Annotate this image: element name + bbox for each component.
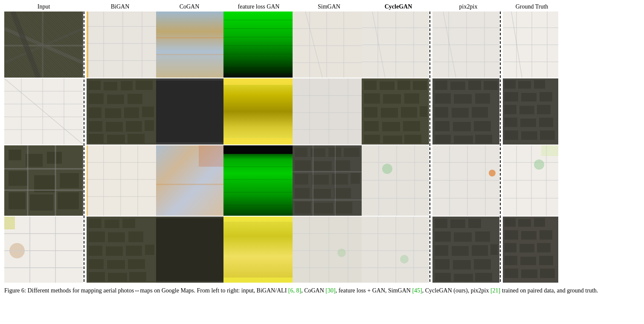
svg-point-199 — [382, 164, 392, 174]
cell-bigan-row2 — [87, 78, 156, 145]
svg-rect-92 — [156, 78, 223, 145]
svg-rect-94 — [156, 142, 223, 145]
col-header-simgan: SimGAN — [294, 3, 364, 10]
svg-rect-80 — [106, 246, 123, 256]
caption-ref-cogan: [30] — [325, 287, 335, 294]
svg-rect-23 — [30, 194, 53, 211]
svg-rect-303 — [539, 256, 553, 265]
svg-rect-306 — [540, 269, 555, 278]
svg-rect-302 — [520, 257, 536, 265]
svg-rect-52 — [128, 94, 142, 104]
svg-rect-227 — [435, 121, 450, 131]
caption-text-4: , CycleGAN (ours), pix2pix — [422, 287, 490, 294]
svg-rect-79 — [89, 246, 102, 256]
svg-rect-96 — [199, 145, 223, 167]
cell-gt-row1 — [503, 12, 558, 78]
figure-container: Input BiGAN CoGAN feature loss GAN SimGA… — [0, 0, 644, 299]
svg-rect-184 — [401, 107, 417, 118]
svg-rect-158 — [293, 217, 362, 283]
svg-rect-254 — [474, 259, 491, 269]
svg-rect-230 — [435, 135, 451, 143]
svg-rect-245 — [435, 231, 451, 242]
cell-cyclegan-row2 — [362, 78, 429, 145]
svg-rect-121 — [293, 12, 362, 78]
svg-rect-47 — [104, 82, 117, 90]
svg-rect-257 — [475, 273, 492, 281]
cell-gt-row4 — [503, 217, 558, 283]
svg-rect-189 — [364, 135, 380, 143]
figure-caption: Figure 6: Different methods for mapping … — [4, 286, 640, 295]
svg-rect-119 — [223, 217, 293, 222]
caption-text-2: , CoGAN — [301, 287, 325, 294]
svg-rect-143 — [335, 160, 350, 171]
svg-rect-244 — [468, 219, 481, 228]
svg-rect-147 — [351, 173, 360, 184]
col-header-pix2pix: pix2pix — [434, 3, 502, 10]
svg-rect-71 — [87, 145, 88, 216]
svg-rect-148 — [295, 188, 310, 198]
svg-rect-183 — [381, 108, 398, 118]
svg-rect-217 — [435, 81, 447, 90]
col-simgan — [293, 12, 362, 283]
svg-rect-200 — [362, 217, 429, 283]
caption-text-3: , feature loss + GAN, SimGAN — [336, 287, 412, 294]
svg-rect-53 — [89, 107, 102, 118]
column-headers: Input BiGAN CoGAN feature loss GAN SimGA… — [4, 3, 640, 10]
cell-simgan-row2 — [293, 78, 362, 145]
col-gt — [503, 12, 558, 283]
svg-rect-24 — [58, 192, 79, 209]
svg-rect-222 — [454, 94, 472, 104]
svg-rect-91 — [156, 54, 223, 55]
svg-rect-98 — [156, 217, 223, 283]
svg-rect-46 — [89, 81, 101, 90]
svg-rect-298 — [505, 243, 516, 252]
svg-rect-175 — [364, 81, 377, 90]
col-header-bigan: BiGAN — [85, 3, 155, 10]
svg-rect-225 — [452, 108, 469, 118]
svg-rect-56 — [142, 107, 154, 117]
col-header-input: Input — [4, 3, 83, 10]
cell-bigan-row1 — [87, 12, 156, 78]
svg-rect-88 — [129, 272, 146, 281]
svg-rect-84 — [107, 260, 125, 269]
cell-gt-row2 — [503, 78, 558, 145]
col-header-cogan: CoGAN — [155, 3, 223, 10]
col-header-feature: feature loss GAN — [223, 3, 294, 10]
svg-rect-186 — [364, 121, 379, 131]
svg-rect-178 — [413, 81, 427, 90]
cell-simgan-row1 — [293, 12, 362, 78]
svg-rect-176 — [380, 81, 395, 90]
cell-cogan-row1 — [156, 12, 223, 78]
svg-rect-77 — [108, 232, 125, 242]
svg-rect-304 — [505, 269, 518, 278]
svg-rect-226 — [472, 107, 488, 118]
svg-rect-181 — [404, 93, 419, 104]
svg-rect-75 — [122, 219, 135, 228]
svg-rect-255 — [435, 273, 451, 281]
svg-rect-109 — [223, 78, 293, 145]
svg-rect-103 — [223, 67, 293, 70]
svg-rect-86 — [89, 272, 105, 281]
svg-rect-182 — [364, 107, 377, 118]
svg-rect-185 — [420, 106, 427, 117]
svg-rect-218 — [450, 81, 465, 90]
svg-rect-87 — [108, 273, 127, 281]
cell-gt-row3 — [503, 145, 558, 216]
svg-rect-301 — [505, 256, 517, 265]
svg-rect-60 — [145, 120, 154, 131]
cell-input-row2 — [4, 78, 83, 145]
col-cogan — [156, 12, 223, 283]
svg-rect-82 — [145, 245, 154, 255]
svg-rect-271 — [521, 93, 537, 101]
svg-rect-74 — [104, 220, 119, 228]
col-input — [4, 12, 83, 283]
svg-rect-83 — [89, 259, 104, 269]
svg-rect-229 — [474, 121, 491, 131]
svg-rect-276 — [505, 118, 517, 127]
svg-rect-188 — [403, 121, 420, 131]
svg-rect-22 — [9, 192, 26, 209]
caption-text-5: trained on paired data, and ground truth… — [500, 287, 598, 294]
caption-ref-pix2pix: [21] — [490, 287, 500, 294]
svg-rect-90 — [156, 37, 223, 38]
cell-feature-row1 — [223, 12, 293, 78]
